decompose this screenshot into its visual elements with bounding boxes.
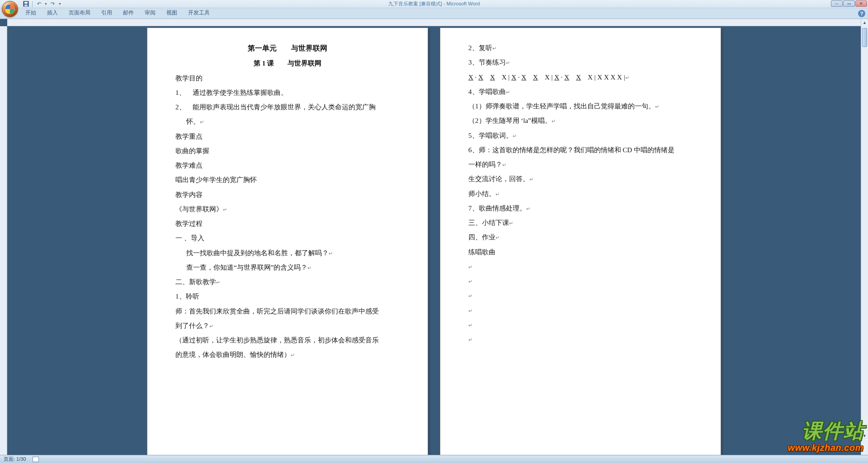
empty-para-3: ↵ — [468, 288, 693, 303]
help-icon[interactable]: ? — [858, 10, 865, 17]
rhythm-pattern: X · X X X | X · X X X | X · X X X | X X … — [468, 70, 693, 84]
tab-insert[interactable]: 插入 — [42, 7, 63, 19]
sing-lyrics-text: 5、学唱歌词。 — [468, 132, 513, 139]
undo-icon[interactable]: ↶ — [35, 0, 43, 8]
keypoint-label: 教学重点 — [175, 129, 400, 144]
unit-title: 第一单元 与世界联网 — [175, 41, 400, 56]
goal-2b-text: 怀。 — [186, 118, 200, 125]
undo-dropdown-icon[interactable]: ▼ — [44, 2, 47, 5]
goal-2b: 怀。↵ — [175, 114, 400, 129]
scroll-up-icon[interactable]: ▲ — [861, 19, 868, 26]
emotion: 7、歌曲情感处理。↵ — [468, 201, 693, 215]
discuss: 生交流讨论，回答。↵ — [468, 172, 693, 186]
save-icon[interactable] — [22, 0, 30, 8]
listen-2b: 的意境，体会歌曲明朗、愉快的情绪）↵ — [175, 347, 400, 362]
listen-label: 1、聆听 — [175, 289, 400, 304]
status-icon[interactable] — [33, 457, 39, 462]
window-controls: ─ ▭ ✕ — [831, 0, 867, 7]
replay: 2、复听↵ — [468, 41, 693, 55]
rhythm-label-text: 3、节奏练习 — [468, 59, 506, 66]
discuss-text: 生交流讨论，回答。 — [468, 175, 529, 182]
listen-2a: （通过初听，让学生初步熟悉旋律，熟悉音乐，初步体会和感受音乐 — [175, 333, 400, 347]
emotion-text: 7、歌曲情感处理。 — [468, 205, 526, 212]
empty-para-1: ↵ — [468, 259, 693, 274]
tab-mail[interactable]: 邮件 — [118, 7, 139, 19]
content: 《与世界联网》↵ — [175, 202, 400, 216]
goal-2a: 2、 能用歌声表现出当代青少年放眼世界，关心人类命运的宽广胸 — [175, 100, 400, 114]
hardpoint: 唱出青少年学生的宽广胸怀 — [175, 173, 400, 187]
intro-2-text: 查一查，你知道“与世界联网”的含义吗？ — [186, 264, 307, 271]
scroll-thumb[interactable] — [862, 28, 867, 47]
sing-melody-label: 4、学唱歌曲↵ — [468, 84, 693, 99]
sing-1: （1）师弹奏歌谱，学生轻声学唱，找出自己觉得最难的一句。↵ — [468, 99, 693, 113]
window-title: 九下音乐教案 [兼容模式] - Microsoft Word — [388, 0, 480, 7]
keypoint: 歌曲的掌握 — [175, 144, 400, 158]
svg-rect-1 — [24, 2, 28, 4]
intro-2: 查一查，你知道“与世界联网”的含义吗？↵ — [175, 260, 400, 275]
empty-para-4: ↵ — [468, 303, 693, 318]
vertical-scrollbar[interactable]: ▲ ▼ — [861, 19, 868, 455]
listen-1a: 师：首先我们来欣赏全曲，听完之后请同学们谈谈你们在歌声中感受 — [175, 304, 400, 318]
summary-text: 师小结。 — [468, 190, 495, 197]
scroll-down-icon[interactable]: ▼ — [861, 432, 868, 440]
pages-container: 第一单元 与世界联网 第 1 课 与世界联网 教学目的 1、 通过教学使学生熟练… — [7, 26, 861, 455]
close-button[interactable]: ✕ — [855, 0, 867, 7]
listen-1b-text: 到了什么？ — [175, 322, 209, 329]
tab-dev[interactable]: 开发工具 — [183, 7, 215, 19]
newsong-label: 二、新歌教学↵ — [175, 275, 400, 289]
goal-1: 1、 通过教学使学生熟练掌握歌曲。 — [175, 85, 400, 100]
replay-text: 2、复听 — [468, 44, 492, 51]
tab-home[interactable]: 开始 — [20, 7, 42, 19]
ribbon-tabs: 开始 插入 页面布局 引用 邮件 审阅 视图 开发工具 ? — [0, 8, 868, 19]
maximize-button[interactable]: ▭ — [843, 0, 855, 7]
page-2[interactable]: 2、复听↵ 3、节奏练习↵ X · X X X | X · X X X | X … — [440, 28, 721, 455]
goal-label: 教学目的 — [175, 71, 400, 85]
intro-1-text: 找一找歌曲中提及到的地名和名胜，都了解吗？ — [186, 249, 329, 257]
hardpoint-label: 教学难点 — [175, 158, 400, 173]
intro-label: 一 、导入 — [175, 231, 400, 245]
vertical-ruler[interactable] — [0, 26, 7, 455]
lesson-title: 第 1 课 与世界联网 — [175, 56, 400, 70]
status-bar: 页面: 1/30 — [0, 455, 868, 463]
document-area: ▲ ▼ 第一单元 与世界联网 第 1 课 与世界联网 教学目的 1、 通过教学使… — [0, 19, 868, 455]
listen-1b: 到了什么？↵ — [175, 318, 400, 333]
content-text: 《与世界联网》 — [175, 206, 223, 213]
homework-label: 四、作业↵ — [468, 230, 693, 244]
process-label: 教学过程 — [175, 216, 400, 231]
question-b-text: 一样的吗？ — [468, 161, 502, 168]
question-b: 一样的吗？↵ — [468, 157, 693, 172]
sing-2: （2）学生随琴用 ‘la”模唱。↵ — [468, 113, 693, 128]
rhythm-label: 3、节奏练习↵ — [468, 55, 693, 70]
empty-para-5: ↵ — [468, 318, 693, 332]
end-class: 三、小结下课↵ — [468, 215, 693, 230]
office-button[interactable] — [2, 1, 18, 17]
sing-lyrics: 5、学唱歌词。↵ — [468, 128, 693, 143]
minimize-button[interactable]: ─ — [831, 0, 843, 7]
qat-customize-dropdown-icon[interactable]: ▼ — [58, 2, 61, 5]
sing-melody-text: 4、学唱歌曲 — [468, 88, 506, 95]
page-1[interactable]: 第一单元 与世界联网 第 1 课 与世界联网 教学目的 1、 通过教学使学生熟练… — [147, 28, 428, 455]
question-a: 6、师：这首歌的情绪是怎样的呢？我们唱的情绪和 CD 中唱的情绪是 — [468, 143, 693, 157]
svg-rect-2 — [24, 5, 28, 6]
status-page[interactable]: 页面: 1/30 — [4, 456, 26, 463]
redo-icon[interactable]: ↷ — [49, 0, 57, 8]
quick-access-toolbar: ↶ ▼ ↷ ▼ — [22, 0, 61, 8]
browse-object-buttons[interactable] — [861, 440, 868, 455]
content-label: 教学内容 — [175, 187, 400, 202]
empty-para-2: ↵ — [468, 274, 693, 288]
sing-1-text: （1）师弹奏歌谱，学生轻声学唱，找出自己觉得最难的一句。 — [468, 103, 655, 110]
tab-refs[interactable]: 引用 — [96, 7, 118, 19]
listen-2b-text: 的意境，体会歌曲明朗、愉快的情绪） — [175, 351, 291, 358]
horizontal-ruler[interactable] — [7, 19, 861, 26]
office-logo-icon — [5, 4, 15, 14]
teacher-summary: 师小结。↵ — [468, 187, 693, 201]
empty-para-6: ↵ — [468, 332, 693, 346]
sing-2-text: （2）学生随琴用 ‘la”模唱。 — [468, 117, 552, 124]
homework-label-text: 四、作业 — [468, 234, 495, 241]
tab-review[interactable]: 审阅 — [139, 7, 161, 19]
qat-separator — [32, 1, 33, 7]
tab-view[interactable]: 视图 — [161, 7, 183, 19]
intro-1: 找一找歌曲中提及到的地名和名胜，都了解吗？↵ — [175, 246, 400, 260]
end-text: 三、小结下课 — [468, 219, 509, 226]
tab-layout[interactable]: 页面布局 — [63, 7, 96, 19]
